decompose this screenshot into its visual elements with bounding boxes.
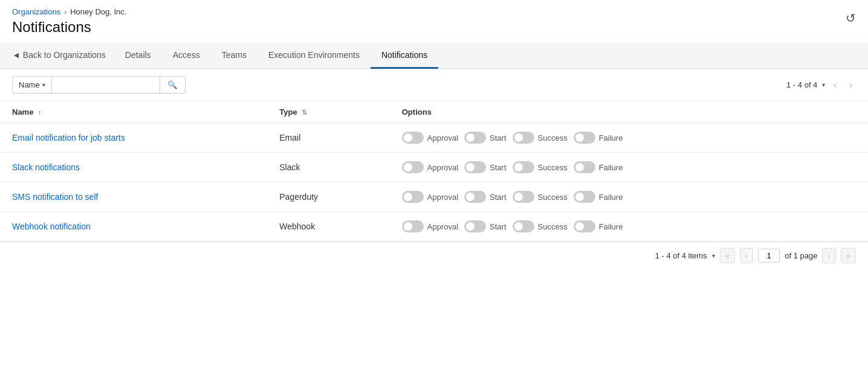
notification-name-link[interactable]: Slack notifications — [12, 162, 80, 172]
next-page-button[interactable]: › — [846, 77, 856, 93]
cell-type: Slack — [267, 153, 390, 182]
toggle-success[interactable] — [513, 191, 534, 203]
cell-name: Webhook notification — [0, 212, 267, 241]
toggle-success[interactable] — [513, 161, 534, 173]
toggle-slider-failure — [574, 220, 595, 232]
table-row: Slack notificationsSlackApprovalStartSuc… — [0, 153, 868, 182]
footer-items-dropdown[interactable]: ▾ — [712, 252, 715, 259]
toggle-approval[interactable] — [402, 191, 424, 203]
option-group-start: Start — [464, 132, 506, 144]
option-label-success: Success — [538, 133, 568, 142]
toggle-slider-success — [513, 220, 534, 232]
toggle-slider-approval — [402, 191, 424, 203]
footer-page-input[interactable] — [758, 249, 780, 263]
name-sort-icon[interactable]: ↑ — [38, 109, 42, 116]
history-icon[interactable]: ↺ — [846, 11, 856, 25]
option-label-approval: Approval — [427, 163, 458, 172]
cell-options: ApprovalStartSuccessFailure — [390, 153, 868, 182]
search-button[interactable]: 🔍 — [160, 76, 186, 94]
toggle-start[interactable] — [464, 191, 486, 203]
toggle-failure[interactable] — [574, 161, 595, 173]
option-group-approval: Approval — [402, 191, 458, 203]
type-filter-icon[interactable]: ⇅ — [302, 109, 307, 116]
pagination-dropdown-arrow[interactable]: ▾ — [822, 82, 825, 88]
option-group-approval: Approval — [402, 220, 458, 232]
tab-back-to-organizations[interactable]: ◄ Back to Organizations — [12, 43, 114, 69]
footer-last-page-button[interactable]: » — [841, 248, 856, 263]
toggle-approval[interactable] — [402, 132, 424, 144]
filter-input[interactable] — [51, 76, 160, 94]
footer-first-page-button[interactable]: « — [720, 248, 735, 263]
prev-page-button[interactable]: ‹ — [830, 77, 840, 93]
cell-type: Webhook — [267, 212, 390, 241]
footer-next-page-button[interactable]: › — [822, 248, 835, 263]
footer-bar: 1 - 4 of 4 items ▾ « ‹ of 1 page › » — [0, 241, 868, 269]
toggle-start[interactable] — [464, 132, 486, 144]
toolbar-right: 1 - 4 of 4 ▾ ‹ › — [786, 77, 856, 93]
toggle-slider-start — [464, 161, 486, 173]
notification-name-link[interactable]: Webhook notification — [12, 222, 91, 231]
col-name-label: Name — [12, 107, 33, 117]
breadcrumb-current: Honey Dog, Inc. — [70, 7, 126, 16]
breadcrumb-separator: › — [64, 8, 66, 16]
filter-type-select[interactable]: Name ▾ — [12, 76, 51, 94]
table-header-row: Name ↑ Type ⇅ Options — [0, 101, 868, 123]
notifications-table: Name ↑ Type ⇅ Options Email notification… — [0, 101, 868, 241]
notification-name-link[interactable]: SMS notification to self — [12, 192, 98, 202]
tab-details[interactable]: Details — [114, 43, 162, 69]
tab-access[interactable]: Access — [162, 43, 211, 69]
option-label-approval: Approval — [427, 193, 458, 202]
search-icon: 🔍 — [167, 80, 178, 89]
option-group-success: Success — [513, 161, 568, 173]
toggle-slider-start — [464, 191, 486, 203]
option-group-success: Success — [513, 191, 568, 203]
toggle-failure[interactable] — [574, 191, 595, 203]
toggle-failure[interactable] — [574, 220, 595, 232]
toggle-slider-failure — [574, 161, 595, 173]
content-area: Name ▾ 🔍 1 - 4 of 4 ▾ ‹ › Name — [0, 69, 868, 269]
col-type-label: Type — [279, 107, 297, 117]
breadcrumb: Organizations › Honey Dog, Inc. — [0, 0, 868, 19]
filter-dropdown-arrow: ▾ — [42, 82, 45, 88]
cell-options: ApprovalStartSuccessFailure — [390, 212, 868, 241]
tab-teams[interactable]: Teams — [211, 43, 257, 69]
col-options-label: Options — [402, 107, 432, 117]
col-type: Type ⇅ — [267, 101, 390, 123]
tab-back-label: Back to Organizations — [23, 50, 106, 60]
filter-type-label: Name — [19, 80, 40, 89]
option-group-start: Start — [464, 220, 506, 232]
cell-type: Email — [267, 123, 390, 153]
pagination-range: 1 - 4 of 4 — [786, 80, 817, 89]
toggle-slider-success — [513, 161, 534, 173]
cell-options: ApprovalStartSuccessFailure — [390, 182, 868, 212]
tab-execution-environments[interactable]: Execution Environments — [257, 43, 371, 69]
toggle-start[interactable] — [464, 220, 486, 232]
toggle-start[interactable] — [464, 161, 486, 173]
toggle-failure[interactable] — [574, 132, 595, 144]
toolbar: Name ▾ 🔍 1 - 4 of 4 ▾ ‹ › — [0, 69, 868, 101]
toggle-approval[interactable] — [402, 161, 424, 173]
option-group-failure: Failure — [574, 161, 623, 173]
cell-name: Slack notifications — [0, 153, 267, 182]
option-label-success: Success — [538, 222, 568, 231]
page-title: Notifications — [0, 19, 868, 43]
toggle-success[interactable] — [513, 220, 534, 232]
option-label-approval: Approval — [427, 222, 458, 231]
toggle-approval[interactable] — [402, 220, 424, 232]
breadcrumb-org-link[interactable]: Organizations — [12, 7, 60, 16]
notification-name-link[interactable]: Email notification for job starts — [12, 133, 125, 142]
option-label-success: Success — [538, 193, 568, 202]
footer-items-range: 1 - 4 of 4 items — [655, 251, 707, 260]
table-row: SMS notification to selfPagerdutyApprova… — [0, 182, 868, 212]
tab-notifications[interactable]: Notifications — [371, 43, 438, 69]
toggle-slider-approval — [402, 161, 424, 173]
option-label-failure: Failure — [599, 193, 623, 202]
toggle-slider-approval — [402, 220, 424, 232]
option-group-approval: Approval — [402, 161, 458, 173]
back-arrow-icon: ◄ — [12, 50, 21, 60]
footer-prev-page-button[interactable]: ‹ — [740, 248, 753, 263]
option-group-failure: Failure — [574, 132, 623, 144]
option-label-start: Start — [490, 193, 506, 202]
toggle-success[interactable] — [513, 132, 534, 144]
toggle-slider-failure — [574, 132, 595, 144]
